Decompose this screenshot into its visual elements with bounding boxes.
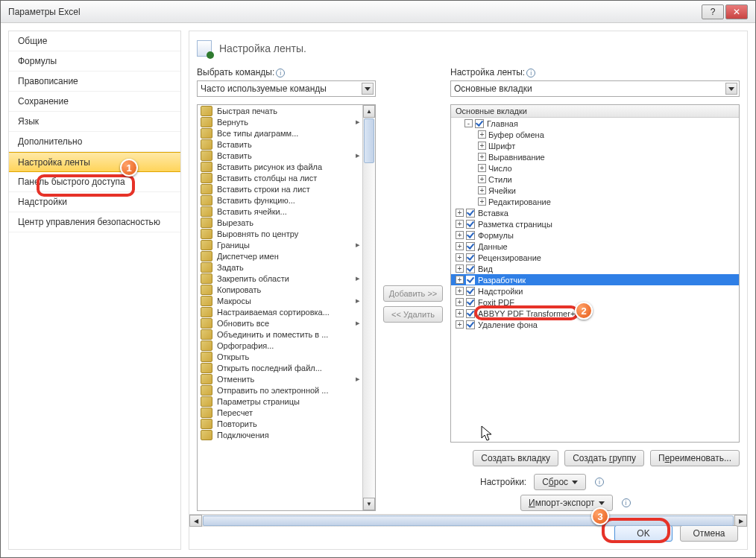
command-item[interactable]: Закрепить области▸ [198, 273, 362, 284]
tree-toggle[interactable]: + [456, 264, 464, 273]
command-item[interactable]: Вырезать [198, 217, 362, 228]
command-item[interactable]: Параметры страницы [198, 396, 362, 407]
tree-node[interactable]: +Надстройки [451, 285, 739, 297]
import-export-button[interactable]: Импорт-экспорт [520, 495, 613, 511]
command-item[interactable]: Вставить [198, 139, 362, 150]
command-item[interactable]: Обновить все▸ [198, 317, 362, 329]
nav-item[interactable]: Настройка ленты [9, 152, 180, 172]
tree-node[interactable]: +Число [451, 162, 739, 174]
tree-toggle[interactable]: + [478, 197, 486, 206]
command-item[interactable]: Границы▸ [198, 239, 362, 250]
tree-toggle[interactable]: + [456, 298, 464, 306]
command-item[interactable]: Вставить функцию... [198, 194, 362, 206]
tree-checkbox[interactable] [466, 320, 475, 329]
command-item[interactable]: Диспетчер имен [198, 250, 362, 261]
tree-toggle[interactable]: + [456, 253, 464, 261]
nav-item[interactable]: Формулы [9, 51, 180, 72]
nav-item[interactable]: Дополнительно [9, 132, 180, 152]
command-item[interactable]: Вернуть▸ [198, 116, 362, 127]
tree-checkbox[interactable] [466, 231, 475, 240]
tree-checkbox[interactable] [466, 287, 475, 296]
tree-node[interactable]: +Вставка [451, 207, 739, 218]
tree-toggle[interactable]: + [478, 175, 486, 183]
tree-toggle[interactable]: + [456, 309, 464, 317]
tree-toggle[interactable]: + [456, 276, 464, 284]
tree-node[interactable]: +Формулы [451, 229, 739, 241]
tree-node[interactable]: +Разработчик [451, 274, 739, 285]
tree-checkbox[interactable] [475, 119, 484, 128]
info-icon[interactable]: i [526, 69, 535, 77]
tree-node[interactable]: +ABBYY PDF Transformer+ [451, 308, 739, 319]
tree-checkbox[interactable] [466, 209, 475, 218]
scroll-up-button[interactable]: ▲ [363, 105, 375, 118]
tree-toggle[interactable]: + [478, 164, 486, 172]
rename-button[interactable]: Переименовать... [650, 450, 740, 466]
command-item[interactable]: Вставить рисунок из файла [198, 161, 362, 172]
tree-checkbox[interactable] [466, 264, 475, 273]
new-tab-button[interactable]: Создать вкладку [473, 450, 558, 466]
command-item[interactable]: Объединить и поместить в ... [198, 329, 362, 340]
command-item[interactable]: Открыть [198, 351, 362, 362]
tree-node[interactable]: +Данные [451, 241, 739, 252]
info-icon[interactable]: i [276, 69, 285, 77]
command-item[interactable]: Выровнять по центру [198, 228, 362, 239]
scroll-thumb-h[interactable] [203, 516, 734, 526]
tree-toggle[interactable]: + [478, 186, 486, 194]
tree-node[interactable]: +Удаление фона [451, 319, 739, 330]
ribbon-scope-dropdown[interactable]: Основные вкладки [450, 80, 740, 97]
tree-node[interactable]: +Стили [451, 174, 739, 185]
tree-toggle[interactable]: + [478, 130, 486, 139]
close-button[interactable]: ✕ [725, 4, 748, 19]
nav-item[interactable]: Сохранение [9, 92, 180, 112]
nav-item[interactable]: Язык [9, 112, 180, 132]
nav-item[interactable]: Общие [9, 31, 180, 51]
command-item[interactable]: Отменить▸ [198, 373, 362, 384]
command-item[interactable]: Орфография... [198, 340, 362, 351]
tree-node[interactable]: +Foxit PDF [451, 297, 739, 308]
tree-node[interactable]: +Выравнивание [451, 151, 739, 162]
command-item[interactable]: Все типы диаграмм... [198, 127, 362, 139]
scroll-thumb[interactable] [364, 118, 374, 163]
command-item[interactable]: Вставить▸ [198, 150, 362, 161]
help-button[interactable]: ? [702, 4, 724, 19]
add-button[interactable]: Добавить >> [383, 285, 443, 302]
nav-item[interactable]: Правописание [9, 72, 180, 92]
ribbon-tree[interactable]: Основные вкладки -Главная+Буфер обмена+Ш… [450, 104, 740, 443]
nav-item[interactable]: Надстройки [9, 192, 180, 212]
command-item[interactable]: Подключения [198, 429, 362, 440]
tree-toggle[interactable]: + [456, 287, 464, 295]
tree-toggle[interactable]: + [478, 153, 486, 161]
tree-checkbox[interactable] [466, 242, 475, 251]
command-item[interactable]: Вставить строки на лист [198, 183, 362, 194]
tree-node[interactable]: +Буфер обмена [451, 129, 739, 140]
scroll-down-button[interactable]: ▼ [363, 498, 375, 510]
tree-node[interactable]: +Вид [451, 263, 739, 274]
commands-source-dropdown[interactable]: Часто используемые команды [197, 80, 376, 97]
scrollbar-vertical[interactable]: ▲ ▼ [362, 105, 375, 510]
tree-checkbox[interactable] [466, 253, 475, 262]
tree-node[interactable]: +Ячейки [451, 185, 739, 196]
new-group-button[interactable]: Создать группу [564, 450, 644, 466]
tree-checkbox[interactable] [466, 276, 475, 285]
command-item[interactable]: Повторить [198, 418, 362, 429]
tree-checkbox[interactable] [466, 309, 475, 318]
command-item[interactable]: Задать [198, 261, 362, 273]
tree-toggle[interactable]: + [456, 231, 464, 239]
command-item[interactable]: Настраиваемая сортировка... [198, 306, 362, 317]
info-icon[interactable]: i [622, 498, 631, 507]
tree-node[interactable]: +Шрифт [451, 140, 739, 151]
command-item[interactable]: Вставить столбцы на лист [198, 172, 362, 183]
tree-node[interactable]: +Разметка страницы [451, 218, 739, 229]
tree-toggle[interactable]: + [456, 242, 464, 250]
cancel-button[interactable]: Отмена [680, 525, 738, 542]
info-icon[interactable]: i [595, 478, 604, 486]
nav-item[interactable]: Центр управления безопасностью [9, 212, 180, 232]
commands-listbox[interactable]: Быстрая печатьВернуть▸Все типы диаграмм.… [197, 104, 376, 511]
ok-button[interactable]: OK [614, 525, 672, 542]
tree-checkbox[interactable] [466, 220, 475, 229]
nav-item[interactable]: Панель быстрого доступа [9, 172, 180, 192]
remove-button[interactable]: << Удалить [383, 306, 443, 323]
tree-toggle[interactable]: - [464, 119, 473, 127]
command-item[interactable]: Вставить ячейки... [198, 206, 362, 217]
command-item[interactable]: Пересчет [198, 407, 362, 418]
